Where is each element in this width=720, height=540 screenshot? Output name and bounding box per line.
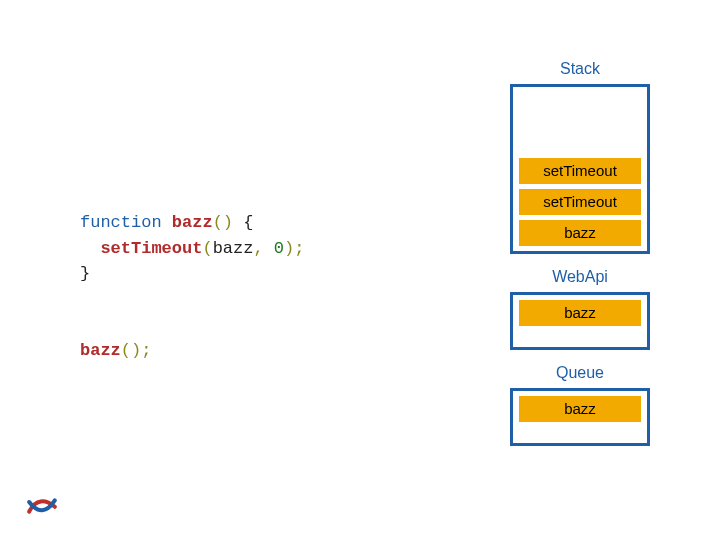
webapi-title: WebApi — [510, 268, 650, 286]
call-paren-open: ( — [202, 239, 212, 258]
webapi-item: bazz — [519, 300, 641, 326]
comma: , — [253, 239, 273, 258]
paren-close: ) — [223, 213, 233, 232]
invoke-tail: (); — [121, 341, 152, 360]
brace-close: } — [80, 264, 90, 283]
indent — [80, 239, 100, 258]
brace-open: { — [233, 213, 253, 232]
paren-open: ( — [213, 213, 223, 232]
logo-icon — [26, 494, 58, 518]
keyword-function: function — [80, 213, 162, 232]
stack-item: bazz — [519, 220, 641, 246]
stack-item: setTimeout — [519, 158, 641, 184]
stack-box: setTimeout setTimeout bazz — [510, 84, 650, 254]
queue-box: bazz — [510, 388, 650, 446]
runtime-panels: Stack setTimeout setTimeout bazz WebApi … — [510, 60, 650, 460]
queue-title: Queue — [510, 364, 650, 382]
invoke-fn: bazz — [80, 341, 121, 360]
function-name-def: bazz — [172, 213, 213, 232]
settimeout-call: setTimeout — [100, 239, 202, 258]
code-snippet: function bazz() { setTimeout(bazz, 0); }… — [80, 210, 304, 363]
webapi-box: bazz — [510, 292, 650, 350]
queue-item: bazz — [519, 396, 641, 422]
stack-item: setTimeout — [519, 189, 641, 215]
arg-delay: 0 — [274, 239, 284, 258]
stack-title: Stack — [510, 60, 650, 78]
arg-fn: bazz — [213, 239, 254, 258]
call-close: ); — [284, 239, 304, 258]
